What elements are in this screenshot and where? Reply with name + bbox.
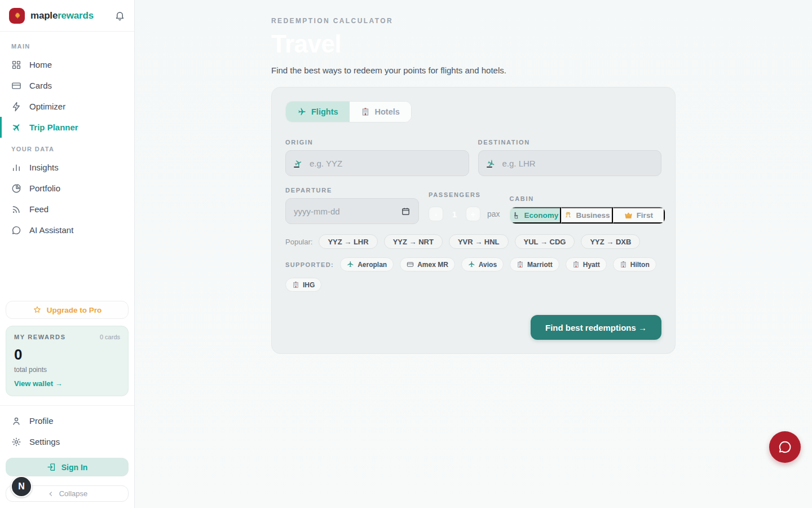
route-chip-yyz-dxb[interactable]: YYZ → DXB — [581, 234, 640, 249]
bar-chart-icon — [11, 163, 21, 173]
destination-input[interactable] — [502, 159, 654, 168]
cabin-field-group: CABIN Economy Business First — [510, 195, 665, 224]
gear-icon — [11, 437, 21, 447]
airplane-icon — [468, 261, 475, 268]
program-label: Aeroplan — [358, 261, 387, 269]
sidebar-item-portfolio[interactable]: Portfolio — [0, 178, 134, 199]
departure-field-group: DEPARTURE — [285, 187, 419, 224]
program-badge-hilton: Hilton — [613, 257, 656, 271]
airplane-icon — [297, 107, 306, 116]
brand-logo[interactable] — [9, 8, 25, 24]
sidebar-item-label: AI Assistant — [29, 225, 73, 235]
program-badge-marriott: Marriott — [510, 257, 559, 271]
origin-input-wrapper — [285, 150, 469, 176]
home-grid-icon — [11, 60, 21, 70]
sidebar-item-home[interactable]: Home — [0, 54, 134, 75]
passengers-decrement-button[interactable]: - — [429, 207, 443, 221]
cabin-option-business[interactable]: Business — [561, 207, 613, 224]
travel-type-tabs: Flights Hotels — [285, 101, 412, 122]
sidebar-item-trip-planner[interactable]: Trip Planner — [0, 117, 134, 138]
cabin-option-label: Business — [576, 211, 610, 220]
passengers-stepper: - 1 + pax — [429, 204, 500, 224]
bell-icon[interactable] — [114, 10, 125, 21]
route-chip-yvr-hnl[interactable]: YVR → HNL — [449, 234, 509, 249]
sign-in-button[interactable]: Sign In — [6, 458, 129, 476]
rewards-points-label: total points — [14, 366, 120, 374]
passengers-unit-label: pax — [487, 209, 500, 218]
program-badge-ihg: IHG — [285, 278, 321, 292]
crown-icon — [624, 211, 633, 220]
maple-leaf-icon — [13, 11, 21, 20]
rewards-cards-count: 0 cards — [100, 334, 120, 340]
brand-name: maplerewards — [30, 10, 94, 21]
tab-label: Hotels — [375, 107, 400, 116]
plane-landing-icon — [487, 159, 497, 168]
supported-label: SUPPORTED: — [285, 261, 334, 268]
sidebar-item-label: Profile — [29, 416, 54, 426]
cabin-option-first[interactable]: First — [613, 207, 665, 224]
sidebar-item-label: Settings — [29, 437, 60, 446]
departure-date-input[interactable] — [294, 207, 395, 216]
upgrade-label: Upgrade to Pro — [47, 306, 102, 314]
passengers-label: PASSENGERS — [429, 191, 500, 198]
sidebar-item-insights[interactable]: Insights — [0, 157, 134, 178]
departure-label: DEPARTURE — [285, 187, 419, 194]
brand-name-secondary: rewards — [58, 10, 94, 21]
cabin-option-label: First — [637, 211, 653, 220]
program-label: Hyatt — [583, 261, 600, 269]
route-chip-yyz-lhr[interactable]: YYZ → LHR — [319, 234, 377, 249]
hotel-icon — [572, 261, 580, 268]
cabin-option-label: Economy — [524, 211, 559, 220]
route-chip-yyz-nrt[interactable]: YYZ → NRT — [384, 234, 443, 249]
program-label: IHG — [303, 281, 315, 289]
sidebar-item-label: Feed — [29, 204, 48, 214]
origin-field-group: ORIGIN — [285, 139, 469, 176]
hotel-icon — [517, 261, 524, 268]
upgrade-to-pro-button[interactable]: Upgrade to Pro — [6, 301, 129, 319]
program-badge-avios: Avios — [461, 257, 504, 271]
sidebar-item-ai-assistant[interactable]: AI Assistant — [0, 220, 134, 240]
popular-routes-row: Popular: YYZ → LHR YYZ → NRT YVR → HNL Y… — [285, 234, 661, 249]
chat-fab-button[interactable] — [769, 431, 801, 463]
sidebar-item-optimizer[interactable]: Optimizer — [0, 96, 134, 117]
destination-field-group: DESTINATION — [478, 139, 662, 176]
supported-programs-row: SUPPORTED: Aeroplan Amex MR Avios Marrio… — [285, 257, 661, 292]
avatar[interactable]: N — [11, 476, 32, 497]
my-rewards-card: MY REWARDS 0 cards 0 total points View w… — [6, 326, 129, 396]
avatar-initial: N — [18, 481, 25, 492]
sidebar: maplerewards MAIN Home Cards Optimizer T… — [0, 0, 135, 508]
airplane-icon — [347, 261, 354, 268]
tab-flights[interactable]: Flights — [286, 102, 350, 122]
view-wallet-link[interactable]: View wallet → — [14, 379, 120, 388]
main-content: REDEMPTION CALCULATOR Travel Find the be… — [135, 0, 812, 508]
brand-name-primary: maple — [30, 10, 58, 21]
passengers-value: 1 — [449, 209, 460, 219]
sidebar-item-feed[interactable]: Feed — [0, 199, 134, 220]
hotel-icon — [361, 107, 370, 116]
nav-section-label-main: MAIN — [0, 35, 134, 54]
sidebar-item-label: Portfolio — [29, 183, 60, 193]
nav-section-label-your-data: YOUR DATA — [0, 138, 134, 157]
route-chip-yul-cdg[interactable]: YUL → CDG — [515, 234, 575, 249]
calendar-icon[interactable] — [401, 207, 411, 216]
origin-label: ORIGIN — [285, 139, 469, 146]
popular-label: Popular: — [285, 238, 312, 246]
sidebar-item-profile[interactable]: Profile — [0, 410, 134, 431]
sidebar-header: maplerewards — [0, 0, 134, 32]
cabin-option-economy[interactable]: Economy — [510, 207, 562, 224]
tab-hotels[interactable]: Hotels — [350, 102, 411, 122]
page-eyebrow: REDEMPTION CALCULATOR — [271, 17, 676, 25]
sidebar-item-settings[interactable]: Settings — [0, 431, 134, 452]
cabin-segmented-control: Economy Business First — [510, 207, 665, 224]
credit-card-icon — [11, 81, 21, 91]
passengers-increment-button[interactable]: + — [466, 207, 480, 221]
rss-icon — [11, 204, 21, 214]
sidebar-item-label: Home — [29, 60, 52, 69]
collapse-label: Collapse — [59, 489, 88, 498]
sidebar-item-cards[interactable]: Cards — [0, 75, 134, 96]
star-icon — [33, 305, 42, 314]
origin-input[interactable] — [310, 159, 461, 168]
find-best-redemptions-button[interactable]: Find best redemptions → — [531, 315, 661, 340]
chat-bubble-icon — [778, 440, 792, 454]
page-subtitle: Find the best ways to redeem your points… — [271, 65, 676, 75]
